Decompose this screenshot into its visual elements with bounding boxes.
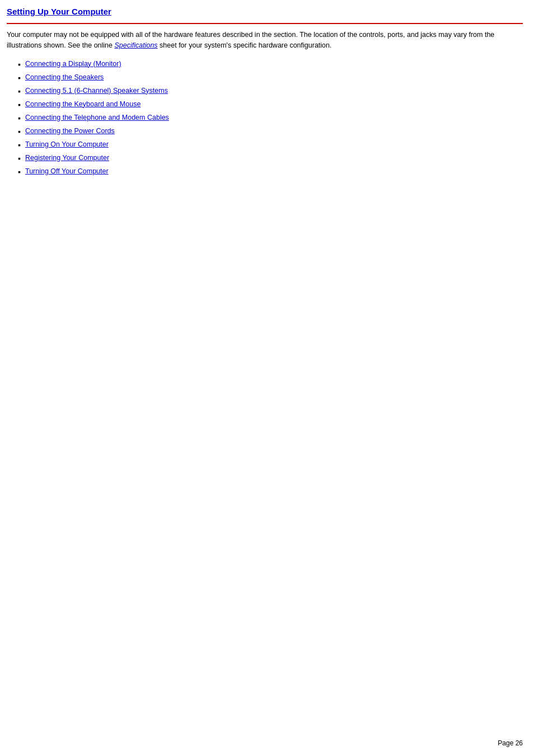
toc-link-2[interactable]: Connecting 5.1 (6-Channel) Speaker Syste… [25,87,168,95]
toc-link-6[interactable]: Turning On Your Computer [25,140,109,148]
toc-link-4[interactable]: Connecting the Telephone and Modem Cable… [25,114,169,121]
list-item: Connecting the Power Cords [18,127,523,136]
page-number: Page 26 [498,739,523,747]
toc-link-8[interactable]: Turning Off Your Computer [25,167,109,175]
toc-link-7[interactable]: Registering Your Computer [25,154,109,162]
list-item: Connecting the Telephone and Modem Cable… [18,114,523,123]
toc-list: Connecting a Display (Monitor)Connecting… [18,60,523,176]
list-item: Registering Your Computer [18,154,523,163]
toc-link-0[interactable]: Connecting a Display (Monitor) [25,60,121,68]
toc-link-3[interactable]: Connecting the Keyboard and Mouse [25,100,140,108]
list-item: Connecting the Speakers [18,73,523,82]
intro-paragraph: Your computer may not be equipped with a… [7,30,523,51]
list-item: Connecting a Display (Monitor) [18,60,523,69]
page-container: Setting Up Your Computer Your computer m… [0,0,534,203]
list-item: Turning Off Your Computer [18,167,523,176]
toc-link-1[interactable]: Connecting the Speakers [25,73,104,81]
page-title[interactable]: Setting Up Your Computer [7,7,111,16]
title-divider [7,23,523,24]
list-item: Connecting 5.1 (6-Channel) Speaker Syste… [18,87,523,96]
list-item: Turning On Your Computer [18,140,523,149]
list-item: Connecting the Keyboard and Mouse [18,100,523,109]
intro-text-after: sheet for your system's specific hardwar… [158,41,332,49]
specifications-link[interactable]: Specifications [114,41,157,49]
toc-link-5[interactable]: Connecting the Power Cords [25,127,115,135]
